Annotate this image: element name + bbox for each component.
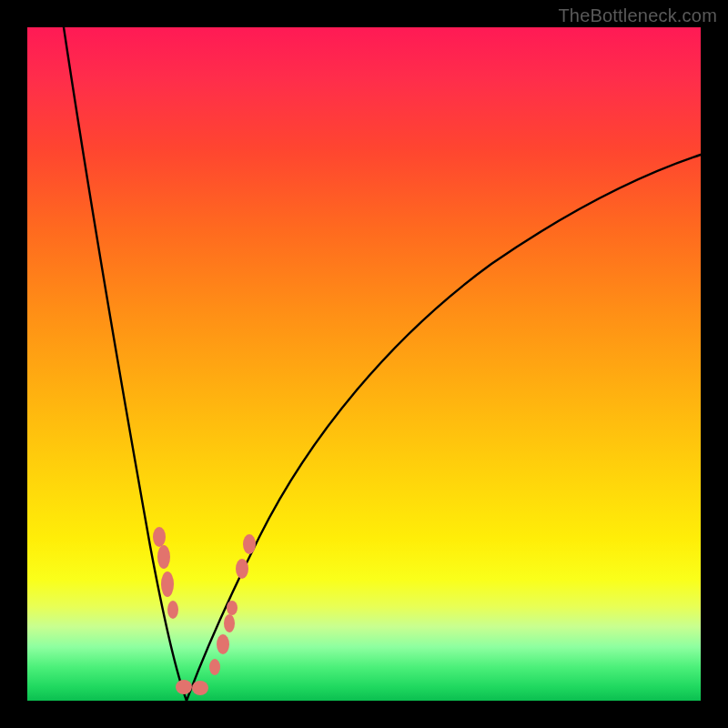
marker-point: [236, 559, 248, 579]
curve-left-branch: [64, 27, 187, 701]
marker-point: [153, 527, 166, 547]
marker-point: [176, 680, 192, 694]
curve-right-branch: [187, 155, 701, 701]
marker-point: [224, 614, 235, 632]
marker-point: [209, 659, 220, 675]
marker-point: [217, 634, 229, 654]
chart-frame: TheBottleneck.com: [0, 0, 728, 728]
bottleneck-curve: [27, 27, 701, 701]
watermark-text: TheBottleneck.com: [558, 5, 717, 26]
plot-area: [27, 27, 701, 701]
marker-point: [161, 571, 174, 597]
marker-point: [243, 534, 256, 554]
marker-point: [167, 601, 178, 619]
marker-group: [153, 527, 256, 695]
marker-point: [227, 601, 238, 615]
marker-point: [157, 545, 170, 569]
marker-point: [192, 681, 208, 695]
